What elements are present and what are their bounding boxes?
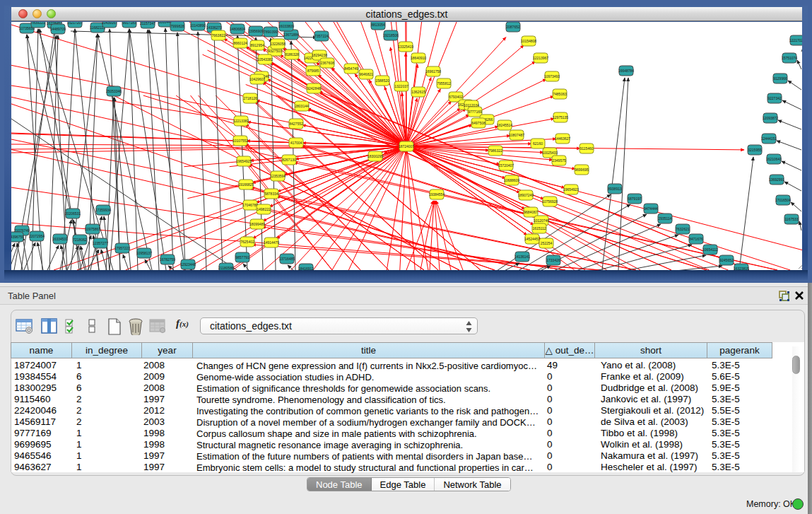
svg-text:12213382: 12213382 bbox=[233, 119, 249, 123]
svg-text:12353594: 12353594 bbox=[270, 174, 286, 178]
svg-text:8454749: 8454749 bbox=[344, 66, 358, 71]
svg-text:10120746: 10120746 bbox=[534, 218, 549, 223]
svg-text:7986322: 7986322 bbox=[488, 148, 502, 153]
svg-text:6879197: 6879197 bbox=[628, 197, 642, 201]
svg-text:21157347: 21157347 bbox=[140, 22, 155, 25]
svg-text:10107552: 10107552 bbox=[233, 139, 248, 143]
svg-text:16648784: 16648784 bbox=[618, 69, 634, 73]
svg-text:25053346: 25053346 bbox=[106, 89, 122, 93]
svg-text:21180586: 21180586 bbox=[218, 266, 234, 270]
svg-text:16334531: 16334531 bbox=[52, 237, 68, 241]
svg-text:9227342: 9227342 bbox=[767, 96, 782, 100]
svg-text:6793402: 6793402 bbox=[449, 95, 463, 99]
svg-text:8660124: 8660124 bbox=[233, 41, 247, 45]
svg-text:10025433: 10025433 bbox=[542, 151, 558, 155]
svg-text:9917183: 9917183 bbox=[122, 22, 136, 25]
svg-text:2087652: 2087652 bbox=[506, 25, 520, 29]
svg-text:18640910: 18640910 bbox=[411, 56, 426, 60]
svg-text:13692991: 13692991 bbox=[769, 177, 784, 182]
svg-text:10543382: 10543382 bbox=[257, 57, 273, 62]
svg-text:7663822: 7663822 bbox=[211, 33, 225, 37]
svg-text:8938913: 8938913 bbox=[608, 187, 622, 191]
svg-text:13325419: 13325419 bbox=[398, 45, 413, 49]
svg-text:12923448: 12923448 bbox=[180, 262, 196, 267]
svg-text:18724007: 18724007 bbox=[399, 144, 414, 148]
svg-text:12213967: 12213967 bbox=[533, 56, 548, 60]
svg-text:14806804: 14806804 bbox=[230, 27, 245, 31]
svg-text:9474444: 9474444 bbox=[644, 206, 658, 211]
svg-text:10958137: 10958137 bbox=[136, 251, 152, 255]
svg-text:1498222: 1498222 bbox=[257, 207, 271, 211]
svg-text:10688609: 10688609 bbox=[504, 178, 519, 182]
svg-text:19654925: 19654925 bbox=[236, 159, 252, 163]
svg-text:9327503: 9327503 bbox=[268, 49, 282, 53]
svg-text:19384554: 19384554 bbox=[429, 192, 445, 197]
svg-text:7218062: 7218062 bbox=[73, 238, 87, 242]
svg-text:10439167: 10439167 bbox=[102, 22, 117, 25]
svg-text:17016504: 17016504 bbox=[775, 198, 791, 202]
svg-text:2349575: 2349575 bbox=[552, 158, 566, 163]
svg-text:10807487: 10807487 bbox=[509, 133, 524, 137]
svg-text:12444151: 12444151 bbox=[761, 136, 777, 141]
svg-text:13716485: 13716485 bbox=[279, 257, 295, 261]
svg-text:14136141: 14136141 bbox=[514, 255, 530, 259]
svg-text:15217207: 15217207 bbox=[67, 22, 83, 25]
svg-text:10975867: 10975867 bbox=[85, 227, 100, 231]
svg-text:10429607: 10429607 bbox=[249, 77, 265, 81]
svg-text:20206531: 20206531 bbox=[65, 211, 81, 216]
svg-text:2718126: 2718126 bbox=[243, 96, 257, 100]
svg-text:9777169: 9777169 bbox=[468, 110, 482, 114]
svg-text:7485063: 7485063 bbox=[553, 92, 567, 96]
svg-text:17359934: 17359934 bbox=[95, 208, 111, 212]
svg-text:18416912: 18416912 bbox=[298, 267, 314, 270]
svg-text:16323815: 16323815 bbox=[734, 267, 749, 270]
svg-text:22072954: 22072954 bbox=[29, 234, 45, 238]
svg-text:18294238: 18294238 bbox=[312, 53, 327, 57]
svg-text:1733426: 1733426 bbox=[546, 258, 560, 262]
svg-text:15751074: 15751074 bbox=[782, 56, 797, 60]
svg-text:7999828: 7999828 bbox=[170, 24, 184, 28]
svg-text:1167533: 1167533 bbox=[784, 217, 798, 221]
svg-text:9857791: 9857791 bbox=[235, 255, 249, 259]
svg-text:8813054: 8813054 bbox=[371, 23, 385, 27]
svg-text:1362615: 1362615 bbox=[411, 90, 425, 94]
svg-text:9245652: 9245652 bbox=[719, 258, 734, 262]
svg-text:19166825: 19166825 bbox=[238, 182, 254, 187]
svg-text:5878334: 5878334 bbox=[264, 192, 278, 196]
svg-text:10756928: 10756928 bbox=[542, 199, 558, 204]
svg-text:16782759: 16782759 bbox=[160, 257, 175, 262]
svg-text:875685: 875685 bbox=[307, 69, 319, 73]
svg-text:7357224: 7357224 bbox=[314, 34, 329, 38]
svg-text:1588520: 1588520 bbox=[375, 78, 389, 83]
svg-text:16210643: 16210643 bbox=[766, 157, 782, 161]
svg-text:17046788: 17046788 bbox=[242, 203, 258, 207]
svg-text:18907249: 18907249 bbox=[518, 193, 534, 197]
svg-text:19654923: 19654923 bbox=[563, 187, 579, 192]
svg-text:10154808: 10154808 bbox=[521, 39, 536, 43]
svg-text:8267130: 8267130 bbox=[282, 158, 296, 162]
svg-text:14524451: 14524451 bbox=[524, 237, 540, 241]
svg-text:18099489: 18099489 bbox=[249, 222, 265, 226]
svg-text:9115460: 9115460 bbox=[579, 146, 593, 151]
svg-text:9646821: 9646821 bbox=[359, 72, 373, 76]
svg-text:14914479: 14914479 bbox=[264, 240, 279, 245]
svg-text:7625402: 7625402 bbox=[240, 240, 254, 244]
svg-text:13226058: 13226058 bbox=[270, 42, 286, 46]
svg-text:2935114: 2935114 bbox=[658, 216, 671, 221]
svg-text:10973493: 10973493 bbox=[544, 74, 560, 78]
svg-text:62160: 62160 bbox=[533, 141, 543, 146]
svg-text:23956909: 23956909 bbox=[248, 29, 264, 33]
svg-text:417004: 417004 bbox=[290, 141, 302, 145]
svg-text:14463627: 14463627 bbox=[555, 136, 570, 141]
svg-text:6497508: 6497508 bbox=[471, 121, 486, 125]
svg-text:7955812: 7955812 bbox=[437, 81, 451, 86]
svg-text:2367608: 2367608 bbox=[320, 61, 334, 65]
svg-text:18300295: 18300295 bbox=[367, 154, 383, 158]
svg-text:8186328: 8186328 bbox=[285, 52, 299, 57]
svg-text:1615112: 1615112 bbox=[532, 226, 546, 230]
svg-text:9684067: 9684067 bbox=[524, 210, 538, 214]
svg-text:18245514: 18245514 bbox=[497, 123, 512, 127]
svg-text:10654112: 10654112 bbox=[702, 247, 718, 252]
svg-text:7632621: 7632621 bbox=[676, 227, 690, 231]
svg-text:15720407: 15720407 bbox=[498, 163, 514, 168]
